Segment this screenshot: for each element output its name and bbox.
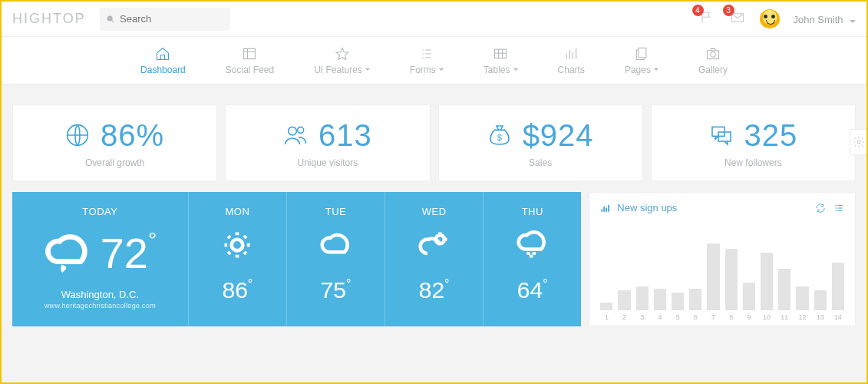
pages-icon [633,46,650,61]
star-icon [334,46,351,61]
nav-label: Gallery [698,65,728,75]
flag-badge: 4 [692,5,704,16]
nav-social-feed[interactable]: Social Feed [226,46,274,75]
user-menu[interactable]: John Smith [794,12,856,26]
day-name: WED [422,206,447,217]
nav-label: Forms [410,65,436,75]
chart-bar: 2 [618,290,630,321]
search-box[interactable] [100,8,230,31]
day-temp: 64 [517,277,543,303]
chart-bar: 11 [778,269,790,321]
nav-label: UI Features [314,65,362,75]
chevron-down-icon [850,20,856,23]
main-nav: Dashboard Social Feed UI Features Forms … [2,37,866,84]
nav-label: Tables [484,65,510,75]
top-bar: HIGHTOP 4 3 John Smith [2,2,866,37]
nav-label: Pages [625,65,651,75]
nav-charts[interactable]: Charts [558,46,585,75]
chart-bar: 6 [689,289,701,321]
weather-day-tue: TUE 75° [287,192,385,326]
chevron-down-icon [439,68,444,71]
stat-label: Unique visitors [298,157,358,168]
nav-pages[interactable]: Pages [625,46,658,75]
svg-rect-3 [495,49,507,58]
nav-gallery[interactable]: Gallery [698,46,728,75]
day-name: MON [225,206,249,217]
watermark: www.heritagechristiancollege.com [45,302,156,310]
nav-label: Social Feed [226,65,274,75]
row-widgets: TODAY 72° Washington, D.C. www.heritagec… [12,192,856,326]
signups-title: New sign ups [617,202,677,214]
nav-label: Dashboard [140,65,186,75]
cloud-rain-icon [516,228,550,262]
weather-day-thu: THU 64° [484,192,581,326]
globe-icon [65,123,90,147]
search-input[interactable] [120,13,224,25]
chart-bar: 4 [654,289,666,321]
svg-point-13 [857,141,860,144]
settings-button[interactable] [850,129,866,155]
nav-ui-features[interactable]: UI Features [314,46,370,75]
chart-bar: 12 [796,286,808,321]
svg-text:$: $ [497,133,502,142]
svg-point-6 [711,51,716,57]
stat-overall-growth: 86% Overall growth [12,104,217,181]
svg-point-9 [298,127,304,133]
weather-today: TODAY 72° Washington, D.C. www.heritagec… [12,192,189,326]
chart-bar: 3 [636,286,649,321]
weather-day-mon: MON 86° [189,192,287,326]
list-icon[interactable] [833,203,844,214]
nav-forms[interactable]: Forms [410,46,444,75]
chart-bar: 5 [672,293,684,321]
day-name: TUE [325,206,347,217]
gear-icon [853,136,865,148]
day-name: TODAY [82,206,117,217]
chart-bar: 10 [761,253,773,321]
avatar[interactable] [760,9,780,29]
cloud-rain-icon [44,229,93,278]
list-icon [418,46,435,61]
notifications-mail[interactable]: 3 [729,11,746,28]
bars-icon [563,46,579,61]
stat-label: New followers [724,157,782,168]
cloud-icon [319,228,353,262]
refresh-icon[interactable] [815,203,826,214]
svg-point-8 [289,127,297,135]
brand-logo: HIGHTOP [12,11,86,27]
chat-icon [709,123,734,147]
bars-icon [600,203,611,214]
chart-bar: 8 [725,249,738,321]
chart-bar: 13 [814,290,827,321]
chart-bar: 9 [743,283,755,321]
signups-header: New sign ups [600,202,844,214]
users-icon [283,123,308,147]
stat-value: 325 [744,118,798,153]
cloud-sun-icon [417,228,451,262]
username-label: John Smith [794,14,843,25]
top-right: 4 3 John Smith [698,9,867,29]
weather-day-wed: WED 82° [385,192,484,326]
nav-dashboard[interactable]: Dashboard [140,46,186,75]
signups-widget: New sign ups 1234567891011121314 [589,192,856,326]
day-name: THU [522,206,543,217]
chart-bar: 7 [707,243,719,321]
stat-new-followers: 325 New followers [651,104,856,181]
chart-bar: 14 [832,263,844,321]
stat-value: 613 [318,118,372,153]
svg-point-14 [232,240,243,251]
moneybag-icon: $ [487,123,512,147]
stat-value: 86% [101,118,164,153]
search-icon [106,14,115,25]
svg-rect-2 [244,48,256,58]
feed-icon [241,46,258,61]
home-icon [154,46,171,61]
notifications-flag[interactable]: 4 [698,11,715,28]
chevron-down-icon [654,68,658,71]
stat-sales: $ $924 Sales [438,104,643,181]
chart-bar: 1 [600,303,612,321]
nav-label: Charts [558,65,585,75]
nav-tables[interactable]: Tables [484,46,518,75]
weather-widget: TODAY 72° Washington, D.C. www.heritagec… [12,192,581,326]
sun-icon [220,228,254,262]
day-temp: 86 [222,277,247,303]
